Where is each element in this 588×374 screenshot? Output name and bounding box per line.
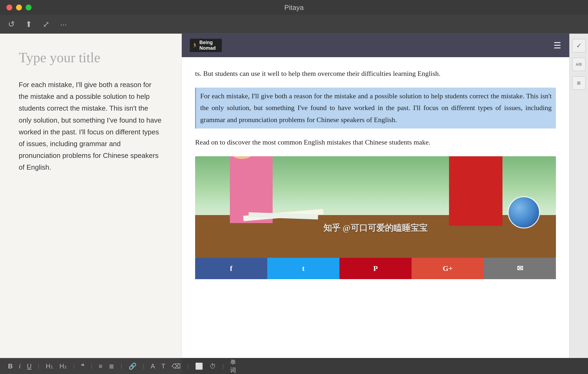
pinterest-share-button[interactable]: P	[339, 258, 412, 279]
main-area: Type your title For each mistake, I'll g…	[0, 34, 588, 358]
separator-6: |	[187, 363, 188, 369]
twitter-share-button[interactable]: t	[267, 258, 339, 279]
editor-panel: Type your title For each mistake, I'll g…	[0, 34, 182, 358]
stack-sidebar-button[interactable]: ≡	[572, 76, 586, 90]
adult-figure-body	[449, 156, 502, 226]
separator-1: |	[38, 363, 39, 369]
time-button[interactable]: ⏱	[210, 363, 216, 370]
bottom-toolbar: B i U | H₁ H₂ | ❝ | ≡ ≣ | 🔗 | A T ⌫ | ⬜ …	[0, 358, 182, 374]
web-article-image: 知乎 @可口可爱的瞌睡宝宝	[195, 156, 556, 258]
title-bar: Pitaya	[0, 0, 588, 15]
format-button[interactable]: T	[161, 363, 165, 370]
editor-title-placeholder[interactable]: Type your title	[19, 50, 163, 65]
googleplus-share-button[interactable]: G+	[412, 258, 484, 279]
refresh-button[interactable]: ↺	[8, 20, 15, 29]
separator-4: |	[121, 363, 122, 369]
close-button[interactable]	[6, 5, 12, 10]
link-button[interactable]: 🔗	[129, 363, 137, 370]
site-logo: 🏃 Being Nomad	[190, 39, 222, 52]
hamburger-menu[interactable]: ☰	[554, 40, 561, 50]
italic-button[interactable]: i	[19, 363, 20, 370]
web-read-on-paragraph: Read on to discover the most common Engl…	[195, 137, 556, 148]
underline-button[interactable]: U	[27, 363, 32, 370]
separator-7: |	[222, 363, 224, 369]
app-title: Pitaya	[284, 3, 304, 12]
maximize-button[interactable]	[26, 5, 32, 10]
top-toolbar: ↺ ⬆ ⤢ ···	[0, 15, 588, 34]
web-content-area: ts. But students can use it well to help…	[182, 57, 569, 290]
web-panel: 🏃 Being Nomad ☰ ts. But students can use…	[182, 34, 569, 358]
bottom-area: B i U | H₁ H₂ | ❝ | ≡ ≣ | 🔗 | A T ⌫ | ⬜ …	[0, 358, 588, 374]
h2-button[interactable]: H₂	[60, 363, 67, 370]
traffic-lights	[6, 5, 32, 10]
quote-button[interactable]: ❝	[81, 363, 84, 370]
more-button[interactable]: ···	[60, 20, 67, 29]
formula-sidebar-button[interactable]: A/B	[572, 58, 586, 71]
facebook-share-button[interactable]: f	[195, 258, 267, 279]
list-ul-button[interactable]: ≡	[99, 363, 102, 370]
text-style-button[interactable]: A	[151, 363, 155, 370]
list-ol-button[interactable]: ≣	[109, 363, 114, 370]
globe-decoration	[508, 196, 540, 228]
h1-button[interactable]: H₁	[46, 363, 53, 370]
separator-3: |	[91, 363, 92, 369]
separator-5: |	[143, 363, 144, 369]
web-intro-paragraph: ts. But students can use it well to help…	[195, 68, 556, 80]
share-button[interactable]: ⬆	[25, 20, 32, 29]
check-sidebar-button[interactable]: ✓	[572, 39, 586, 52]
highlighted-text: For each mistake, I'll give both a reaso…	[200, 92, 552, 123]
site-name: Being Nomad	[199, 40, 220, 51]
image-button[interactable]: ⬜	[195, 363, 203, 370]
right-sidebar: ✓ A/B ≡	[569, 34, 588, 358]
web-navbar: 🏃 Being Nomad ☰	[182, 34, 569, 57]
fullscreen-button[interactable]: ⤢	[43, 20, 49, 29]
web-highlighted-paragraph: For each mistake, I'll give both a reaso…	[195, 88, 556, 128]
image-watermark: 知乎 @可口可爱的瞌睡宝宝	[323, 221, 428, 235]
separator-2: |	[73, 363, 75, 369]
clear-button[interactable]: ⌫	[172, 363, 181, 370]
logo-icon-symbol: 🏃	[192, 42, 198, 48]
bold-button[interactable]: B	[8, 363, 13, 370]
social-share-bar: f t P G+ ✉	[195, 258, 556, 279]
email-share-button[interactable]: ✉	[484, 258, 556, 279]
minimize-button[interactable]	[16, 5, 22, 10]
editor-body-text[interactable]: For each mistake, I'll give both a reaso…	[19, 79, 163, 173]
